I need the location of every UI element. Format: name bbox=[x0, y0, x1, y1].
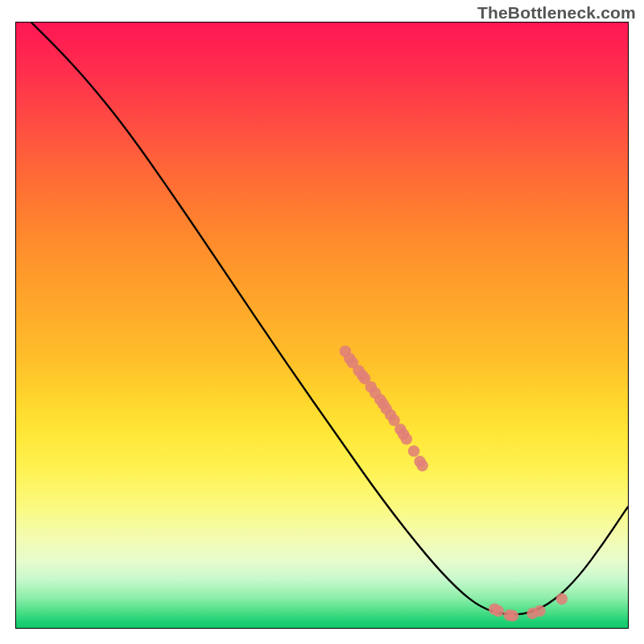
chart-container: TheBottleneck.com bbox=[0, 0, 644, 644]
data-point bbox=[401, 433, 412, 444]
chart-svg bbox=[16, 23, 628, 628]
data-point bbox=[556, 593, 568, 605]
data-point bbox=[408, 445, 419, 456]
data-point bbox=[534, 605, 545, 617]
data-points bbox=[340, 345, 568, 621]
data-point bbox=[416, 460, 427, 471]
data-point bbox=[507, 610, 518, 621]
bottleneck-curve bbox=[31, 23, 628, 614]
attribution-text: TheBottleneck.com bbox=[477, 3, 636, 23]
plot-area bbox=[15, 22, 629, 629]
data-point bbox=[493, 605, 504, 617]
